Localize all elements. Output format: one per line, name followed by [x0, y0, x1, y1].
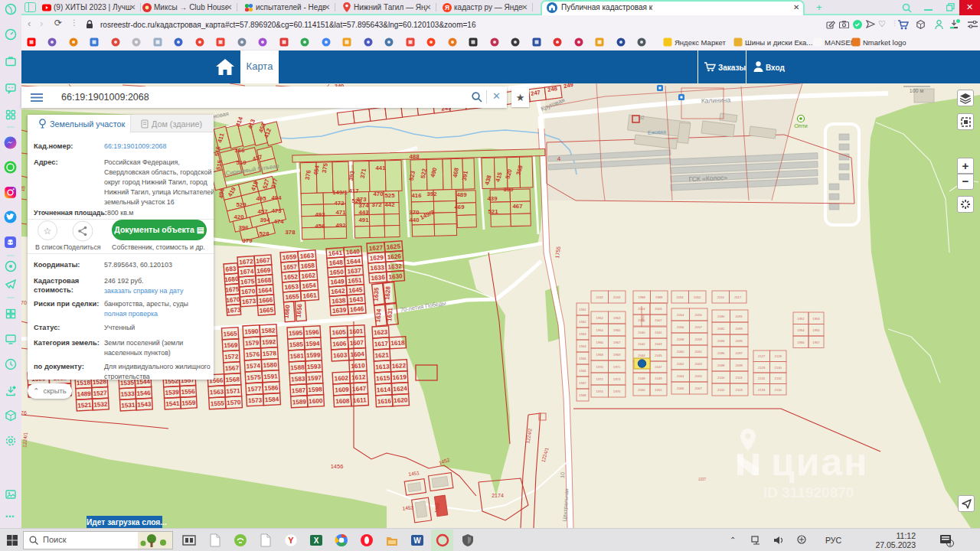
svg-text:1601: 1601: [349, 328, 364, 335]
svg-text:2048: 2048: [638, 377, 645, 380]
svg-text:1636: 1636: [371, 274, 385, 282]
svg-text:390: 390: [503, 186, 514, 193]
svg-text:2047: 2047: [655, 365, 662, 369]
svg-text:374: 374: [358, 202, 369, 209]
svg-text:469: 469: [454, 204, 465, 210]
svg-text:1639: 1639: [332, 307, 347, 315]
svg-text:10: 10: [560, 471, 566, 478]
svg-text:1988: 1988: [639, 295, 646, 299]
svg-text:1634: 1634: [374, 308, 382, 323]
svg-text:Калинина: Калинина: [701, 96, 731, 104]
svg-text:X: X: [314, 536, 319, 545]
svg-text:1975: 1975: [613, 390, 621, 393]
svg-text:2116: 2116: [717, 295, 725, 299]
svg-text:1593: 1593: [307, 363, 322, 370]
svg-text:471: 471: [335, 209, 346, 216]
svg-text:1965: 1965: [613, 328, 621, 332]
svg-text:1596: 1596: [305, 328, 319, 336]
svg-text:1521: 1521: [77, 402, 92, 409]
svg-text:2127: 2127: [758, 354, 766, 358]
svg-text:1658: 1658: [300, 262, 315, 270]
svg-text:494: 494: [271, 194, 282, 201]
svg-text:2043: 2043: [655, 342, 662, 346]
svg-text:1957: 1957: [812, 341, 820, 344]
svg-text:1660: 1660: [283, 304, 292, 318]
svg-text:1589: 1589: [292, 398, 307, 406]
svg-text:1607: 1607: [350, 339, 364, 347]
svg-text:1638: 1638: [332, 297, 346, 305]
svg-text:1594: 1594: [305, 340, 320, 347]
svg-text:100 м: 100 м: [910, 88, 924, 93]
svg-text:2131: 2131: [758, 377, 766, 380]
svg-text:472: 472: [334, 200, 345, 207]
svg-text:2098: 2098: [717, 364, 725, 367]
svg-text:1672: 1672: [239, 258, 253, 266]
svg-text:1611: 1611: [353, 396, 368, 404]
svg-text:1974: 1974: [596, 390, 604, 393]
svg-text:1942: 1942: [579, 320, 586, 324]
svg-text:1600: 1600: [309, 397, 323, 405]
svg-text:1572: 1572: [224, 353, 239, 360]
svg-text:1620: 1620: [394, 396, 408, 404]
svg-text:1640: 1640: [345, 248, 360, 256]
svg-text:1641: 1641: [328, 249, 343, 257]
svg-text:1575: 1575: [247, 373, 261, 381]
svg-text:1619: 1619: [392, 373, 407, 381]
svg-text:1680: 1680: [224, 276, 239, 283]
svg-text:1606: 1606: [332, 341, 347, 348]
svg-text:1604: 1604: [350, 350, 364, 358]
svg-text:1628: 1628: [384, 285, 391, 300]
svg-text:1598: 1598: [308, 386, 322, 393]
svg-text:1614: 1614: [377, 386, 391, 393]
svg-text:2032: 2032: [596, 295, 604, 299]
svg-text:1969: 1969: [613, 353, 621, 357]
svg-text:1570: 1570: [227, 399, 241, 406]
svg-text:1539: 1539: [165, 389, 179, 396]
svg-text:70: 70: [21, 300, 27, 305]
svg-text:2061: 2061: [695, 350, 703, 354]
svg-text:1632: 1632: [387, 262, 402, 270]
svg-text:1556: 1556: [181, 388, 195, 396]
svg-text:1599: 1599: [306, 351, 321, 359]
svg-text:2033: 2033: [613, 295, 621, 299]
svg-text:420: 420: [234, 214, 244, 220]
svg-text:1618: 1618: [390, 339, 405, 347]
svg-text:1630: 1630: [388, 272, 403, 280]
svg-text:1649: 1649: [330, 278, 345, 285]
svg-text:491: 491: [358, 217, 369, 223]
svg-text:440: 440: [409, 217, 420, 223]
svg-text:1609: 1609: [335, 386, 349, 393]
svg-text:1037: 1037: [698, 478, 707, 481]
svg-text:1624: 1624: [393, 385, 407, 393]
svg-text:1579: 1579: [245, 340, 260, 347]
svg-text:1533: 1533: [120, 390, 135, 398]
svg-text:2051: 2051: [677, 295, 684, 299]
svg-text:1541: 1541: [165, 400, 180, 408]
svg-text:1970: 1970: [596, 365, 604, 369]
svg-text:1456: 1456: [331, 463, 344, 470]
svg-text:1: 1: [949, 541, 952, 546]
svg-text:1946: 1946: [579, 369, 586, 373]
svg-text:2102: 2102: [717, 388, 725, 392]
svg-text:1588: 1588: [290, 364, 305, 371]
svg-text:1651: 1651: [348, 277, 362, 285]
svg-text:1656: 1656: [295, 303, 303, 318]
svg-text:1967: 1967: [613, 341, 621, 344]
svg-text:Y: Y: [288, 536, 294, 545]
svg-text:1617: 1617: [374, 341, 389, 348]
svg-text:1989: 1989: [655, 295, 663, 299]
svg-text:379: 379: [242, 237, 253, 244]
svg-text:1944: 1944: [579, 344, 586, 348]
svg-text:1648: 1648: [328, 259, 343, 266]
svg-text:1953: 1953: [812, 317, 820, 321]
svg-text:2128: 2128: [775, 354, 782, 358]
svg-text:1664: 1664: [258, 287, 273, 295]
svg-text:Я: Я: [445, 4, 449, 11]
svg-text:2174: 2174: [492, 493, 504, 498]
svg-text:2132: 2132: [775, 377, 782, 380]
svg-text:2049: 2049: [655, 377, 662, 380]
svg-text:Опти: Опти: [794, 122, 808, 129]
svg-text:1943: 1943: [579, 332, 586, 336]
svg-text:1489: 1489: [77, 390, 91, 398]
svg-text:2097: 2097: [736, 351, 743, 355]
